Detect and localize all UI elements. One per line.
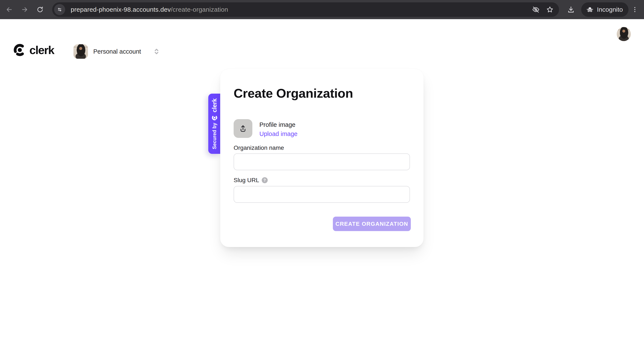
back-icon xyxy=(6,6,13,13)
ribbon-content: Secured by clerk xyxy=(208,94,221,154)
card-title: Create Organization xyxy=(234,86,353,101)
user-avatar xyxy=(74,44,88,59)
forward-button[interactable] xyxy=(18,3,31,16)
help-icon[interactable]: ? xyxy=(262,177,268,183)
profile-image-label: Profile image xyxy=(260,121,296,128)
download-icon xyxy=(567,5,575,14)
organization-name-label-text: Organization name xyxy=(234,144,284,151)
org-switcher-label: Personal account xyxy=(93,48,141,55)
user-avatar-photo xyxy=(74,44,88,59)
create-organization-card: Create Organization Profile image Upload… xyxy=(220,69,424,247)
page-body: clerk Personal account Secured by clerk … xyxy=(0,19,644,363)
reload-icon xyxy=(36,6,44,13)
browser-menu-button[interactable] xyxy=(629,3,641,16)
secured-by-clerk-ribbon: Secured by clerk xyxy=(208,94,221,154)
clerk-logo: clerk xyxy=(13,43,54,57)
tune-icon xyxy=(56,6,63,13)
organization-name-input[interactable] xyxy=(234,153,410,170)
clerk-logo-icon xyxy=(13,43,26,57)
reload-button[interactable] xyxy=(34,3,47,16)
create-organization-button[interactable]: CREATE ORGANIZATION xyxy=(333,217,411,231)
secured-by-label: Secured by xyxy=(212,123,218,149)
upload-image-link[interactable]: Upload image xyxy=(260,130,298,137)
upload-icon xyxy=(238,124,248,133)
profile-image-upload-button[interactable] xyxy=(234,119,252,138)
bookmark-star-button[interactable] xyxy=(546,5,554,14)
organization-name-label: Organization name xyxy=(234,144,284,151)
org-switcher[interactable]: Personal account xyxy=(74,44,161,59)
star-icon xyxy=(546,6,554,13)
incognito-badge: Incognito xyxy=(581,2,628,17)
clerk-logo-icon xyxy=(212,115,218,120)
password-hidden-button[interactable] xyxy=(532,5,540,14)
browser-toolbar: prepared-phoenix-98.accounts.dev/create-… xyxy=(0,0,644,19)
unfold-chevrons-icon xyxy=(152,47,161,56)
incognito-icon xyxy=(586,5,594,14)
forward-icon xyxy=(21,6,28,13)
profile-avatar-photo xyxy=(617,27,631,41)
url-text: prepared-phoenix-98.accounts.dev/create-… xyxy=(71,6,228,13)
downloads-button[interactable] xyxy=(564,3,578,16)
clerk-wordmark: clerk xyxy=(30,43,54,57)
eye-off-icon xyxy=(532,6,540,13)
back-button[interactable] xyxy=(2,3,16,16)
url-path: /create-organization xyxy=(171,6,228,13)
incognito-label: Incognito xyxy=(597,6,623,13)
slug-url-label-text: Slug URL xyxy=(234,177,259,184)
site-settings-button[interactable] xyxy=(54,4,65,15)
screen: prepared-phoenix-98.accounts.dev/create-… xyxy=(0,0,644,363)
url-domain: prepared-phoenix-98.accounts.dev xyxy=(71,6,171,13)
kebab-menu-icon xyxy=(631,6,638,13)
url-actions xyxy=(532,5,554,14)
ribbon-brand-label: clerk xyxy=(211,98,218,112)
slug-url-label: Slug URL ? xyxy=(234,177,268,184)
slug-url-input[interactable] xyxy=(234,186,410,203)
url-bar[interactable]: prepared-phoenix-98.accounts.dev/create-… xyxy=(52,2,559,17)
profile-avatar[interactable] xyxy=(617,27,631,41)
